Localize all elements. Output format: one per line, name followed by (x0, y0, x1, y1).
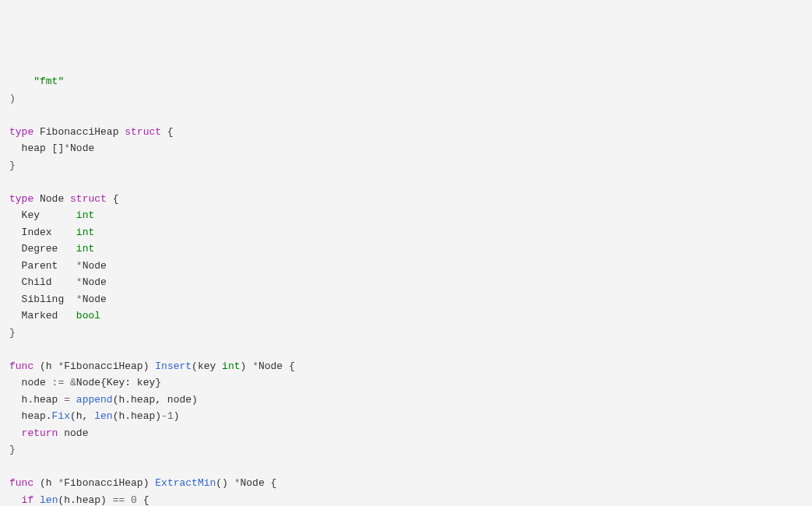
code-line: h.heap = append(h.heap, node) (9, 392, 803, 409)
code-token: * (76, 260, 83, 272)
code-token: 0 (131, 494, 137, 506)
code-line: node := &Node{Key: key} (9, 374, 803, 392)
code-line: func (h *FibonacciHeap) ExtractMin() *No… (9, 475, 803, 492)
code-line: heap []*Node (9, 140, 803, 157)
code-token: return (22, 427, 58, 439)
code-token: func (9, 360, 33, 372)
code-token: int (76, 227, 94, 238)
code-token: Fix (52, 410, 70, 422)
code-line: if len(h.heap) == 0 { (9, 492, 803, 507)
code-token: } (9, 444, 16, 455)
code-token: } (9, 160, 16, 171)
code-token: "fmt" (33, 76, 64, 87)
code-line: type FibonacciHeap struct { (9, 124, 803, 141)
code-line: heap.Fix(h, len(h.heap)-1) (9, 408, 803, 425)
code-token: * (64, 142, 70, 154)
code-token: append (76, 394, 113, 406)
code-line: "fmt" (9, 73, 803, 90)
code-token: * (58, 360, 64, 372)
code-line: type Node struct { (9, 191, 803, 208)
code-token: struct (125, 126, 161, 138)
code-token: bool (76, 310, 100, 322)
code-token: == (113, 494, 125, 506)
code-token: ) (9, 93, 16, 104)
code-token: = (64, 394, 70, 406)
code-token: * (76, 293, 83, 305)
code-token: if (22, 494, 34, 506)
code-token: * (252, 360, 258, 372)
code-token: * (234, 477, 241, 489)
code-line: Parent *Node (9, 258, 803, 275)
code-line: Degree int (9, 241, 803, 258)
code-token: - (161, 410, 167, 422)
code-token: & (70, 377, 76, 388)
code-token: int (76, 243, 94, 255)
code-token: int (222, 360, 240, 372)
code-token: ExtractMin (155, 477, 216, 489)
code-line: Marked bool (9, 307, 803, 325)
code-line: } (9, 441, 803, 459)
code-token: := (52, 377, 65, 388)
code-line (9, 341, 803, 358)
code-line: } (9, 325, 803, 342)
code-line (9, 459, 803, 476)
code-line: Sibling *Node (9, 291, 803, 308)
code-token: func (9, 477, 33, 489)
code-token: len (40, 494, 58, 506)
code-line: ) (9, 90, 803, 107)
code-line (9, 174, 803, 191)
code-token: type (9, 193, 33, 205)
code-line: func (h *FibonacciHeap) Insert(key int) … (9, 358, 803, 375)
code-line: Child *Node (9, 274, 803, 291)
code-line (9, 107, 803, 124)
code-token: 1 (167, 410, 174, 422)
code-line: return node (9, 425, 803, 442)
code-token: * (76, 276, 83, 288)
code-token: struct (70, 193, 107, 205)
code-token: Insert (155, 360, 192, 372)
code-token: } (9, 327, 16, 339)
code-token: len (94, 410, 112, 422)
code-line: } (9, 157, 803, 174)
code-token: type (9, 126, 33, 138)
code-token: * (58, 477, 64, 489)
code-line: Key int (9, 207, 803, 224)
code-token: int (76, 209, 94, 221)
code-line: Index int (9, 224, 803, 241)
code-block: "fmt")type FibonacciHeap struct { heap [… (9, 73, 803, 506)
